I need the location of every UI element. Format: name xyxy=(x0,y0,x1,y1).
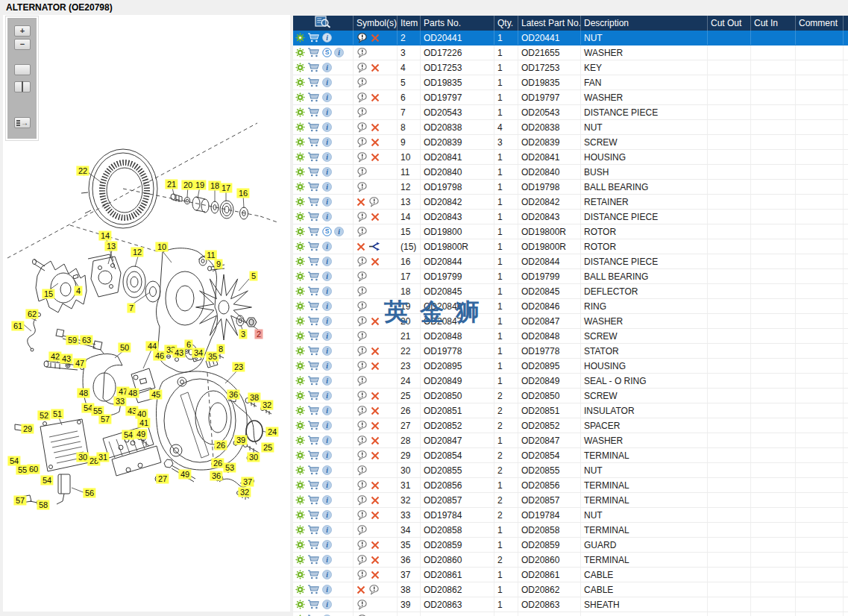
cart-icon[interactable] xyxy=(307,152,320,162)
diagram-callout-30[interactable]: 30 xyxy=(247,453,260,462)
gear-icon[interactable] xyxy=(295,257,305,266)
cart-icon[interactable] xyxy=(307,271,320,281)
diagram-callout-57[interactable]: 57 xyxy=(98,415,111,424)
table-row-item-3[interactable]: Si3OD172261OD21655WASHER xyxy=(293,45,848,60)
gear-icon[interactable] xyxy=(295,227,305,236)
gear-icon[interactable] xyxy=(295,406,305,415)
gear-icon[interactable] xyxy=(295,480,305,490)
gear-icon[interactable] xyxy=(295,197,305,207)
info-icon[interactable]: i xyxy=(322,33,332,43)
cart-icon[interactable] xyxy=(307,107,320,117)
gear-icon[interactable] xyxy=(295,286,305,296)
gear-icon[interactable] xyxy=(295,495,305,505)
table-row-item-12[interactable]: i12OD197981OD19798BALL BEARING xyxy=(293,180,848,195)
cart-icon[interactable] xyxy=(307,167,320,177)
info-icon[interactable]: i xyxy=(334,48,344,57)
info-icon[interactable]: i xyxy=(322,242,332,251)
info-icon[interactable]: i xyxy=(322,406,332,415)
info-icon[interactable]: i xyxy=(322,331,332,341)
diagram-callout-15[interactable]: 15 xyxy=(42,289,54,299)
fit-view-button[interactable] xyxy=(14,81,31,92)
table-row-item-39[interactable]: i39OD208631OD20863SHEATH xyxy=(293,597,848,612)
table-row-item-5[interactable]: i5OD198351OD19835FAN xyxy=(293,75,848,90)
cart-icon[interactable] xyxy=(307,122,320,132)
diagram-callout-49[interactable]: 49 xyxy=(134,430,147,439)
info-icon[interactable]: i xyxy=(322,271,332,281)
table-row-item-17[interactable]: i17OD197991OD19799BALL BEARING xyxy=(293,269,848,284)
info-icon[interactable]: i xyxy=(322,197,332,207)
table-row-item-18[interactable]: i18OD208451OD20845DEFLECTOR xyxy=(293,284,848,299)
table-row-item-38[interactable]: i38OD208621OD20862CABLE xyxy=(293,582,848,597)
info-icon[interactable]: i xyxy=(322,585,332,594)
table-row-item-35[interactable]: i35OD208591OD20859GUARD xyxy=(293,538,848,553)
info-icon[interactable]: i xyxy=(322,570,332,579)
cart-icon[interactable] xyxy=(307,301,320,311)
table-row-item-23[interactable]: i23OD208951OD20895HOUSING xyxy=(293,359,848,374)
cart-icon[interactable] xyxy=(307,376,320,386)
diagram-callout-19[interactable]: 19 xyxy=(193,180,206,190)
diagram-callout-43[interactable]: 43 xyxy=(60,354,72,364)
gear-icon[interactable] xyxy=(295,510,305,520)
diagram-callout-36[interactable]: 36 xyxy=(210,471,222,481)
diagram-callout-34[interactable]: 34 xyxy=(192,348,204,358)
tile-view-button[interactable] xyxy=(14,64,31,75)
table-row-item-37[interactable]: i37OD208611OD20861CABLE xyxy=(293,568,848,582)
cart-icon[interactable] xyxy=(307,197,320,207)
diagram-callout-51[interactable]: 51 xyxy=(51,409,63,419)
diagram-callout-24[interactable]: 24 xyxy=(266,427,278,437)
diagram-callout-58[interactable]: 58 xyxy=(37,500,49,510)
cart-icon[interactable] xyxy=(307,510,320,520)
table-row-item-36[interactable]: i36OD208602OD20860TERMINAL xyxy=(293,553,848,568)
diagram-callout-32[interactable]: 32 xyxy=(238,488,251,497)
table-row-item-33[interactable]: i33OD197842OD19784NUT xyxy=(293,508,848,523)
table-row-item-11[interactable]: i11OD208401OD20840BUSH xyxy=(293,165,848,180)
supersession-icon[interactable]: S xyxy=(322,48,332,57)
gear-icon[interactable] xyxy=(295,376,305,386)
table-row-item-4[interactable]: i4OD172531OD17253KEY xyxy=(293,60,848,75)
diagram-callout-54[interactable]: 54 xyxy=(122,430,134,440)
gear-icon[interactable] xyxy=(295,78,305,87)
table-row-item-34[interactable]: i34OD208581OD20858TERMINAL xyxy=(293,523,848,538)
cart-icon[interactable] xyxy=(307,331,320,341)
gear-icon[interactable] xyxy=(295,242,305,251)
gear-icon[interactable] xyxy=(295,271,305,281)
diagram-callout-47[interactable]: 47 xyxy=(73,359,86,368)
cart-icon[interactable] xyxy=(307,286,320,296)
cart-icon[interactable] xyxy=(307,540,320,550)
cart-icon[interactable] xyxy=(307,570,320,579)
diagram-callout-48[interactable]: 48 xyxy=(77,389,89,398)
gear-icon[interactable] xyxy=(295,122,305,132)
info-icon[interactable]: i xyxy=(322,376,332,386)
info-icon[interactable]: i xyxy=(322,286,332,296)
cart-icon[interactable] xyxy=(307,182,320,192)
cart-icon[interactable] xyxy=(307,242,320,251)
supersession-icon[interactable]: S xyxy=(322,227,332,236)
cart-icon[interactable] xyxy=(307,346,320,356)
diagram-callout-44[interactable]: 44 xyxy=(145,342,158,351)
diagram-callout-53[interactable]: 53 xyxy=(223,463,236,473)
info-icon[interactable]: i xyxy=(334,227,344,236)
cart-icon[interactable] xyxy=(307,137,320,147)
table-row-item-6[interactable]: i6OD197971OD19797WASHER xyxy=(293,90,848,105)
diagram-callout-25[interactable]: 25 xyxy=(261,443,274,453)
diagram-callout-26[interactable]: 26 xyxy=(214,441,227,450)
gear-icon[interactable] xyxy=(295,391,305,400)
gear-icon[interactable] xyxy=(295,331,305,341)
table-row-item-32[interactable]: i32OD208572OD20857TERMINAL xyxy=(293,493,848,508)
cart-icon[interactable] xyxy=(307,465,320,475)
diagram-callout-26[interactable]: 26 xyxy=(211,459,224,468)
table-row-item-29[interactable]: i29OD208542OD20854TERMINAL xyxy=(293,448,848,463)
diagram-callout-33[interactable]: 33 xyxy=(113,397,126,406)
cart-icon[interactable] xyxy=(307,555,320,565)
info-icon[interactable]: i xyxy=(322,257,332,266)
gear-icon[interactable] xyxy=(295,600,305,609)
diagram-callout-2-selected[interactable]: 2 xyxy=(254,330,263,339)
zoom-in-button[interactable]: + xyxy=(14,25,31,37)
info-icon[interactable]: i xyxy=(322,78,332,87)
cart-icon[interactable] xyxy=(307,495,320,505)
table-row-item-16[interactable]: i16OD208441OD20844DISTANCE PIECE xyxy=(293,254,848,269)
gear-icon[interactable] xyxy=(295,450,305,460)
diagram-callout-27[interactable]: 27 xyxy=(156,474,169,484)
cart-icon[interactable] xyxy=(307,227,320,236)
info-icon[interactable]: i xyxy=(322,436,332,445)
